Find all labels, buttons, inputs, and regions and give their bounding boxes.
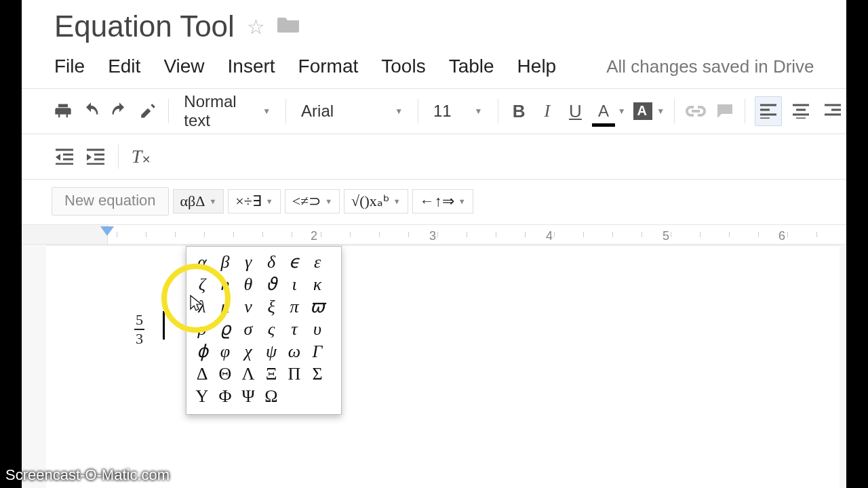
watermark: Screencast-O-Matic.com <box>5 466 170 484</box>
greek-Ξ[interactable]: Ξ <box>260 363 283 385</box>
greek-σ[interactable]: σ <box>237 318 260 340</box>
eq-category-relations[interactable]: <≠⊃▼ <box>285 189 340 214</box>
greek-ψ[interactable]: ψ <box>260 340 283 363</box>
greek-ϕ[interactable]: ϕ <box>191 340 214 363</box>
menu-file[interactable]: File <box>54 56 85 77</box>
menu-format[interactable]: Format <box>298 56 359 77</box>
new-equation-button[interactable]: New equation <box>52 187 169 216</box>
greek-Ψ[interactable]: Ψ <box>237 385 260 407</box>
outdent-button[interactable] <box>52 144 77 169</box>
text-color-dropdown-icon[interactable]: ▼ <box>618 106 626 116</box>
greek-υ[interactable]: υ <box>306 318 329 340</box>
undo-icon[interactable] <box>80 98 103 124</box>
greek-letters-popup: αβγδϵεζηθϑικλμνξπϖρϱσςτυϕφχψωΓΔΘΛΞΠΣΥΦΨΩ <box>186 246 342 415</box>
document-title[interactable]: Equation Tool <box>54 9 235 43</box>
greek-ω[interactable]: ω <box>283 340 306 363</box>
greek-ξ[interactable]: ξ <box>260 296 283 318</box>
star-icon[interactable]: ☆ <box>247 15 265 39</box>
comment-icon[interactable] <box>713 98 736 124</box>
menu-edit[interactable]: Edit <box>108 56 140 77</box>
font-label: Arial <box>301 102 334 121</box>
greek-θ[interactable]: θ <box>237 273 260 296</box>
greek-ν[interactable]: ν <box>237 296 260 318</box>
print-icon[interactable] <box>52 98 75 124</box>
greek-ϵ[interactable]: ϵ <box>283 251 306 273</box>
clear-formatting-button[interactable]: T✕ <box>128 144 154 169</box>
greek-Φ[interactable]: Φ <box>214 385 237 407</box>
greek-π[interactable]: π <box>283 296 306 318</box>
greek-Δ[interactable]: Δ <box>191 363 214 385</box>
greek-τ[interactable]: τ <box>283 318 306 340</box>
font-size-label: 11 <box>433 102 452 121</box>
menu-help[interactable]: Help <box>517 56 557 77</box>
align-center-button[interactable] <box>787 96 814 126</box>
italic-button[interactable]: I <box>536 98 559 124</box>
equation-fraction[interactable]: 5 3 <box>134 311 144 348</box>
folder-icon[interactable] <box>277 15 300 39</box>
greek-χ[interactable]: χ <box>237 340 260 363</box>
menu-view[interactable]: View <box>163 56 204 77</box>
ruler-tick: 2 <box>311 229 317 243</box>
greek-φ[interactable]: φ <box>214 340 237 363</box>
ruler-tick: 4 <box>546 229 553 243</box>
greek-ρ[interactable]: ρ <box>191 318 214 340</box>
eq-category-greek[interactable]: αβΔ▼ <box>173 189 224 214</box>
greek-ϖ[interactable]: ϖ <box>306 296 329 318</box>
save-status: All changes saved in Drive <box>606 56 814 77</box>
ruler-tick: 3 <box>429 229 436 243</box>
greek-ς[interactable]: ς <box>260 318 283 340</box>
greek-ι[interactable]: ι <box>283 273 306 296</box>
toolbar-main: Normal text▼ Arial▼ 11▼ B I U A ▼ ▼ <box>22 89 846 134</box>
menu-insert[interactable]: Insert <box>228 56 275 77</box>
greek-α[interactable]: α <box>191 251 214 273</box>
menu-bar: File Edit View Insert Format Tools Table… <box>22 43 846 88</box>
link-icon[interactable] <box>684 98 707 124</box>
document-page[interactable]: 5 3 αβγδϵεζηθϑικλμνξπϖρϱσςτυϕφχψωΓΔΘΛΞΠΣ… <box>46 245 840 488</box>
equation-toolbar: New equation αβΔ▼ ×÷∃▼ <≠⊃▼ √()xₐᵇ▼ ←↑⇒▼ <box>22 180 846 223</box>
text-cursor <box>163 311 165 340</box>
menu-tools[interactable]: Tools <box>381 56 425 77</box>
greek-γ[interactable]: γ <box>237 251 260 273</box>
font-size-dropdown[interactable]: 11▼ <box>428 98 488 124</box>
indent-button[interactable] <box>83 144 108 169</box>
greek-κ[interactable]: κ <box>306 273 329 296</box>
greek-Υ[interactable]: Υ <box>191 385 214 407</box>
ruler-tick: 6 <box>778 229 785 243</box>
align-right-button[interactable] <box>819 96 846 126</box>
align-left-button[interactable] <box>755 96 782 126</box>
greek-Λ[interactable]: Λ <box>237 363 260 385</box>
greek-Γ[interactable]: Γ <box>306 340 329 363</box>
greek-λ[interactable]: λ <box>191 296 214 318</box>
toolbar-secondary: T✕ <box>22 134 846 179</box>
greek-ϱ[interactable]: ϱ <box>214 318 237 340</box>
greek-Ω[interactable]: Ω <box>260 385 283 407</box>
highlight-button[interactable] <box>631 98 654 124</box>
fraction-numerator: 5 <box>134 311 144 330</box>
greek-Σ[interactable]: Σ <box>306 363 329 385</box>
greek-δ[interactable]: δ <box>260 251 283 273</box>
greek-β[interactable]: β <box>214 251 237 273</box>
redo-icon[interactable] <box>108 98 131 124</box>
bold-button[interactable]: B <box>507 98 530 124</box>
underline-button[interactable]: U <box>564 98 587 124</box>
eq-category-math[interactable]: √()xₐᵇ▼ <box>344 189 408 214</box>
menu-table[interactable]: Table <box>449 56 494 77</box>
paragraph-style-dropdown[interactable]: Normal text▼ <box>178 98 276 124</box>
ruler[interactable]: 23456 <box>22 224 846 245</box>
eq-category-arrows[interactable]: ←↑⇒▼ <box>412 189 473 214</box>
text-color-button[interactable]: A <box>592 98 615 124</box>
paint-format-icon[interactable] <box>136 98 159 124</box>
greek-ζ[interactable]: ζ <box>191 273 214 296</box>
greek-Θ[interactable]: Θ <box>214 363 237 385</box>
highlight-dropdown-icon[interactable]: ▼ <box>656 106 665 116</box>
eq-category-operators[interactable]: ×÷∃▼ <box>228 189 280 214</box>
indent-marker-icon[interactable] <box>100 226 114 236</box>
fraction-denominator: 3 <box>134 330 144 348</box>
font-dropdown[interactable]: Arial▼ <box>296 98 408 124</box>
greek-η[interactable]: η <box>214 273 237 296</box>
greek-Π[interactable]: Π <box>283 363 306 385</box>
greek-ε[interactable]: ε <box>306 251 329 273</box>
ruler-tick: 5 <box>663 229 669 243</box>
greek-μ[interactable]: μ <box>214 296 237 318</box>
greek-ϑ[interactable]: ϑ <box>260 273 283 296</box>
